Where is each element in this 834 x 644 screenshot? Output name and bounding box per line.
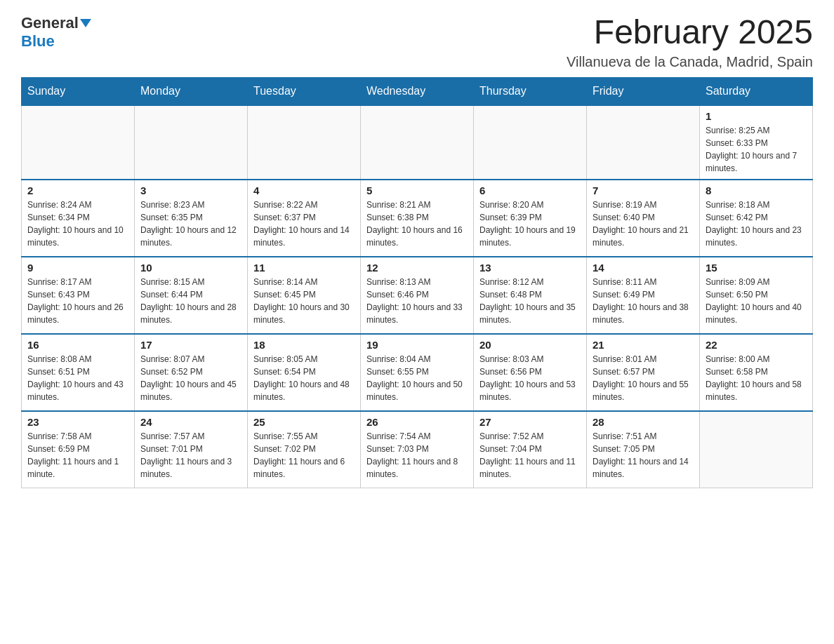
day-number: 10 [140,262,241,274]
calendar-cell: 5Sunrise: 8:21 AMSunset: 6:38 PMDaylight… [361,180,474,257]
logo: General Blue [21,14,91,51]
day-info: Sunrise: 8:24 AMSunset: 6:34 PMDaylight:… [27,199,128,249]
day-info: Sunrise: 7:57 AMSunset: 7:01 PMDaylight:… [140,430,241,481]
day-number: 16 [27,339,128,351]
day-info: Sunrise: 8:18 AMSunset: 6:42 PMDaylight:… [706,199,807,249]
calendar-cell: 20Sunrise: 8:03 AMSunset: 6:56 PMDayligh… [474,334,587,411]
weekday-header-row: SundayMondayTuesdayWednesdayThursdayFrid… [22,77,813,105]
weekday-header-monday: Monday [135,77,248,105]
day-number: 2 [27,185,128,196]
calendar-cell [587,105,700,180]
calendar-cell [135,105,248,180]
logo-general-text: General [21,14,79,32]
day-info: Sunrise: 8:20 AMSunset: 6:39 PMDaylight:… [479,199,581,249]
day-number: 26 [366,416,468,428]
weekday-header-friday: Friday [587,77,700,105]
calendar-cell: 24Sunrise: 7:57 AMSunset: 7:01 PMDayligh… [135,411,248,488]
day-info: Sunrise: 8:08 AMSunset: 6:51 PMDaylight:… [27,353,128,403]
calendar-cell: 4Sunrise: 8:22 AMSunset: 6:37 PMDaylight… [248,180,361,257]
day-info: Sunrise: 8:14 AMSunset: 6:45 PMDaylight:… [253,276,355,326]
day-info: Sunrise: 8:21 AMSunset: 6:38 PMDaylight:… [366,199,468,249]
month-title: February 2025 [567,14,813,51]
calendar-cell: 2Sunrise: 8:24 AMSunset: 6:34 PMDaylight… [22,180,135,257]
day-number: 22 [706,339,807,351]
calendar-cell [700,411,813,488]
calendar-cell [248,105,361,180]
weekday-header-sunday: Sunday [22,77,135,105]
weekday-header-saturday: Saturday [700,77,813,105]
day-info: Sunrise: 8:09 AMSunset: 6:50 PMDaylight:… [706,276,807,326]
page-header: General Blue February 2025 Villanueva de… [21,14,813,70]
day-info: Sunrise: 8:15 AMSunset: 6:44 PMDaylight:… [140,276,241,326]
calendar-cell: 26Sunrise: 7:54 AMSunset: 7:03 PMDayligh… [361,411,474,488]
day-info: Sunrise: 8:00 AMSunset: 6:58 PMDaylight:… [706,353,807,403]
calendar-week-row: 23Sunrise: 7:58 AMSunset: 6:59 PMDayligh… [22,411,813,488]
day-info: Sunrise: 8:03 AMSunset: 6:56 PMDaylight:… [479,353,581,403]
calendar-cell: 8Sunrise: 8:18 AMSunset: 6:42 PMDaylight… [700,180,813,257]
calendar-cell: 19Sunrise: 8:04 AMSunset: 6:55 PMDayligh… [361,334,474,411]
day-number: 8 [706,185,807,196]
day-info: Sunrise: 7:54 AMSunset: 7:03 PMDaylight:… [366,430,468,481]
day-info: Sunrise: 7:55 AMSunset: 7:02 PMDaylight:… [253,430,355,481]
day-number: 11 [253,262,355,274]
calendar-cell: 10Sunrise: 8:15 AMSunset: 6:44 PMDayligh… [135,257,248,334]
day-info: Sunrise: 7:58 AMSunset: 6:59 PMDaylight:… [27,430,128,481]
calendar-cell: 16Sunrise: 8:08 AMSunset: 6:51 PMDayligh… [22,334,135,411]
calendar-cell: 18Sunrise: 8:05 AMSunset: 6:54 PMDayligh… [248,334,361,411]
day-number: 7 [593,185,694,196]
calendar-cell: 13Sunrise: 8:12 AMSunset: 6:48 PMDayligh… [474,257,587,334]
calendar-week-row: 16Sunrise: 8:08 AMSunset: 6:51 PMDayligh… [22,334,813,411]
day-info: Sunrise: 8:25 AMSunset: 6:33 PMDaylight:… [706,124,807,175]
day-info: Sunrise: 8:05 AMSunset: 6:54 PMDaylight:… [253,353,355,403]
day-number: 17 [140,339,241,351]
day-number: 24 [140,416,241,428]
day-number: 18 [253,339,355,351]
calendar-cell [361,105,474,180]
calendar-week-row: 2Sunrise: 8:24 AMSunset: 6:34 PMDaylight… [22,180,813,257]
day-number: 23 [27,416,128,428]
day-info: Sunrise: 8:22 AMSunset: 6:37 PMDaylight:… [253,199,355,249]
calendar-cell [474,105,587,180]
weekday-header-thursday: Thursday [474,77,587,105]
calendar-week-row: 1Sunrise: 8:25 AMSunset: 6:33 PMDaylight… [22,105,813,180]
day-info: Sunrise: 8:04 AMSunset: 6:55 PMDaylight:… [366,353,468,403]
day-info: Sunrise: 8:19 AMSunset: 6:40 PMDaylight:… [593,199,694,249]
day-info: Sunrise: 8:11 AMSunset: 6:49 PMDaylight:… [593,276,694,326]
day-number: 6 [479,185,581,196]
day-number: 4 [253,185,355,196]
day-info: Sunrise: 8:01 AMSunset: 6:57 PMDaylight:… [593,353,694,403]
day-info: Sunrise: 8:23 AMSunset: 6:35 PMDaylight:… [140,199,241,249]
day-number: 14 [593,262,694,274]
calendar-table: SundayMondayTuesdayWednesdayThursdayFrid… [21,77,813,489]
day-info: Sunrise: 7:51 AMSunset: 7:05 PMDaylight:… [593,430,694,481]
calendar-cell [22,105,135,180]
location-subtitle: Villanueva de la Canada, Madrid, Spain [567,54,813,70]
day-info: Sunrise: 8:13 AMSunset: 6:46 PMDaylight:… [366,276,468,326]
day-number: 27 [479,416,581,428]
calendar-week-row: 9Sunrise: 8:17 AMSunset: 6:43 PMDaylight… [22,257,813,334]
calendar-cell: 15Sunrise: 8:09 AMSunset: 6:50 PMDayligh… [700,257,813,334]
calendar-cell: 3Sunrise: 8:23 AMSunset: 6:35 PMDaylight… [135,180,248,257]
calendar-cell: 21Sunrise: 8:01 AMSunset: 6:57 PMDayligh… [587,334,700,411]
day-number: 19 [366,339,468,351]
title-block: February 2025 Villanueva de la Canada, M… [567,14,813,70]
calendar-cell: 22Sunrise: 8:00 AMSunset: 6:58 PMDayligh… [700,334,813,411]
calendar-cell: 28Sunrise: 7:51 AMSunset: 7:05 PMDayligh… [587,411,700,488]
logo-blue-text: Blue [21,32,55,50]
weekday-header-tuesday: Tuesday [248,77,361,105]
day-number: 1 [706,110,807,122]
day-number: 21 [593,339,694,351]
day-number: 25 [253,416,355,428]
day-info: Sunrise: 8:17 AMSunset: 6:43 PMDaylight:… [27,276,128,326]
day-number: 3 [140,185,241,196]
day-number: 13 [479,262,581,274]
calendar-cell: 27Sunrise: 7:52 AMSunset: 7:04 PMDayligh… [474,411,587,488]
calendar-cell: 17Sunrise: 8:07 AMSunset: 6:52 PMDayligh… [135,334,248,411]
calendar-cell: 1Sunrise: 8:25 AMSunset: 6:33 PMDaylight… [700,105,813,180]
day-number: 9 [27,262,128,274]
day-info: Sunrise: 7:52 AMSunset: 7:04 PMDaylight:… [479,430,581,481]
weekday-header-wednesday: Wednesday [361,77,474,105]
calendar-cell: 12Sunrise: 8:13 AMSunset: 6:46 PMDayligh… [361,257,474,334]
calendar-cell: 11Sunrise: 8:14 AMSunset: 6:45 PMDayligh… [248,257,361,334]
day-info: Sunrise: 8:07 AMSunset: 6:52 PMDaylight:… [140,353,241,403]
